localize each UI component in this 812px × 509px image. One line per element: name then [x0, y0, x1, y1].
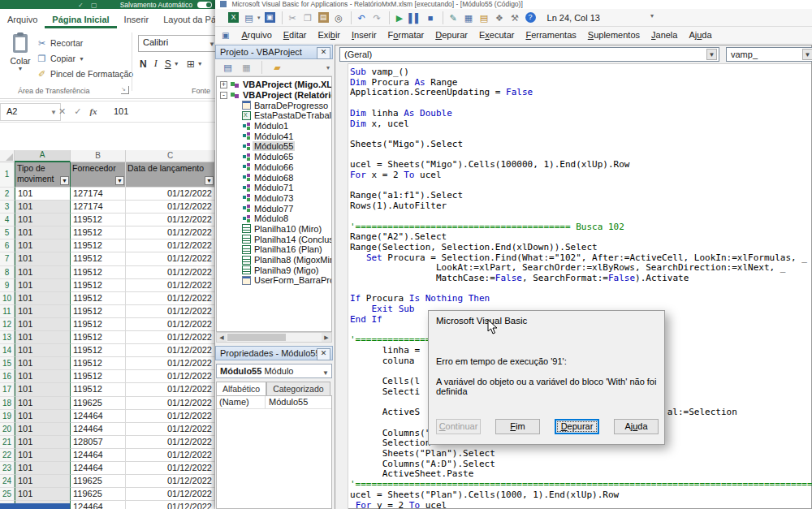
- row-header-11[interactable]: 11: [0, 305, 15, 318]
- project-tree-item[interactable]: EstaPastaDeTrabalho: [217, 110, 331, 121]
- data-cell[interactable]: 124464: [71, 501, 126, 509]
- data-cell[interactable]: 101: [15, 423, 71, 436]
- project-tree-item[interactable]: Módulo77: [217, 203, 331, 214]
- view-code-icon[interactable]: ▤: [221, 61, 235, 74]
- row-header-12[interactable]: 12: [0, 318, 15, 331]
- filter-dropdown-icon[interactable]: ▼: [60, 176, 69, 185]
- paste-button[interactable]: Colar ▼: [6, 34, 35, 88]
- row-header-10[interactable]: 10: [0, 292, 15, 305]
- data-cell[interactable]: 124464: [71, 423, 126, 436]
- row-header-9[interactable]: 9: [0, 279, 15, 292]
- autosave-toggle[interactable]: [197, 2, 212, 8]
- close-icon[interactable]: ✕: [317, 47, 330, 59]
- data-cell[interactable]: 101: [15, 292, 71, 305]
- project-tree-item[interactable]: Módulo65: [217, 152, 331, 162]
- data-cell[interactable]: 101: [15, 266, 71, 279]
- copy-icon[interactable]: ❐: [301, 11, 315, 24]
- data-cell[interactable]: 101: [15, 462, 71, 475]
- pause-icon[interactable]: ▌▌: [408, 11, 422, 24]
- run-icon[interactable]: ▶: [393, 11, 407, 24]
- data-cell[interactable]: 101: [15, 331, 71, 344]
- data-cell[interactable]: 119512: [71, 279, 126, 292]
- header-cell[interactable]: Data de lançamento▼: [126, 162, 215, 188]
- data-cell[interactable]: 119512: [71, 318, 126, 331]
- design-mode-icon[interactable]: ✎: [447, 11, 460, 24]
- view-object-icon[interactable]: ▤: [242, 11, 256, 24]
- project-tree-item[interactable]: -VBAProject (RelatórioMx: [217, 90, 331, 101]
- project-tree-item[interactable]: Módulo71: [217, 183, 331, 193]
- project-tree-item[interactable]: BarraDeProgresso: [217, 100, 331, 110]
- data-cell[interactable]: 124464: [71, 449, 126, 462]
- data-cell[interactable]: 01/12/2022: [126, 436, 215, 449]
- project-tree-item[interactable]: Módulo8: [217, 214, 331, 224]
- name-box[interactable]: A2 ▼: [0, 103, 61, 121]
- data-cell[interactable]: 01/12/2022: [126, 410, 215, 423]
- menu-item-inserir[interactable]: Inserir: [346, 28, 382, 41]
- redo-icon[interactable]: ↷: [370, 11, 384, 24]
- font-name-combo[interactable]: Calibri ▼: [138, 35, 215, 52]
- row-header-4[interactable]: 4: [0, 214, 15, 226]
- row-header-8[interactable]: 8: [0, 266, 15, 279]
- scrollbar-thumb[interactable]: [227, 334, 286, 341]
- find-icon[interactable]: ◎: [332, 11, 346, 24]
- filter-dropdown-icon[interactable]: ▼: [115, 176, 124, 185]
- data-cell[interactable]: 101: [15, 318, 71, 331]
- data-cell[interactable]: 01/12/2022: [126, 266, 215, 279]
- data-cell[interactable]: 101: [15, 305, 71, 318]
- data-cell[interactable]: 119512: [71, 266, 126, 279]
- data-cell[interactable]: 01/12/2022: [126, 462, 215, 475]
- properties-window-icon[interactable]: ▤: [477, 11, 491, 24]
- data-cell[interactable]: 101: [15, 226, 71, 239]
- data-cell[interactable]: 101: [15, 357, 71, 370]
- project-tree-item[interactable]: Módulo55: [217, 141, 331, 152]
- row-header-18[interactable]: 18: [0, 397, 15, 410]
- data-cell[interactable]: 101: [15, 370, 71, 383]
- data-cell[interactable]: 119625: [71, 488, 126, 501]
- data-cell[interactable]: 101: [15, 436, 71, 449]
- data-cell[interactable]: 01/12/2022: [126, 252, 215, 265]
- cut-icon[interactable]: ✂: [286, 11, 300, 24]
- folder-icon[interactable]: ▰: [270, 61, 284, 74]
- data-cell[interactable]: 01/12/2022: [126, 279, 215, 292]
- project-tree-item[interactable]: Módulo68: [217, 172, 331, 183]
- italic-button[interactable]: I: [154, 58, 158, 70]
- data-cell[interactable]: 124464: [71, 410, 126, 423]
- project-tree-item[interactable]: UserForm_BarraProgress: [217, 275, 331, 286]
- row-header-6[interactable]: 6: [0, 239, 15, 252]
- data-cell[interactable]: 119512: [71, 370, 126, 383]
- data-cell[interactable]: 01/12/2022: [126, 383, 215, 396]
- save-icon[interactable]: ▣: [265, 12, 275, 23]
- bold-button[interactable]: N: [140, 58, 147, 70]
- project-tree-item[interactable]: Planilha8 (MigoxMiro): [217, 255, 331, 265]
- row-header-21[interactable]: 21: [0, 436, 15, 449]
- data-cell[interactable]: 119512: [71, 383, 126, 396]
- project-tree-item[interactable]: Módulo66: [217, 162, 331, 173]
- row-header-2[interactable]: 2: [0, 188, 15, 201]
- row-header-7[interactable]: 7: [0, 252, 15, 265]
- data-cell[interactable]: 01/12/2022: [126, 344, 215, 357]
- row-header-17[interactable]: 17: [0, 383, 15, 396]
- data-cell[interactable]: 101: [15, 344, 71, 357]
- data-cell[interactable]: 101: [15, 252, 71, 265]
- data-cell[interactable]: 101: [15, 449, 71, 462]
- data-cell[interactable]: 01/12/2022: [126, 226, 215, 239]
- menu-item-depurar[interactable]: Depurar: [430, 28, 473, 41]
- paste-icon[interactable]: ▤: [318, 12, 329, 23]
- row-header-20[interactable]: 20: [0, 423, 15, 436]
- data-cell[interactable]: 119512: [71, 344, 126, 357]
- data-cell[interactable]: 01/12/2022: [126, 305, 215, 318]
- fim-button[interactable]: Fim: [495, 419, 540, 434]
- object-combo[interactable]: (Geral) ▼: [339, 47, 719, 62]
- data-cell[interactable]: 101: [15, 239, 71, 252]
- toolbar-overflow-icon[interactable]: ▾: [650, 12, 654, 19]
- properties-panel-caption[interactable]: Propriedades - Módulo55 ✕: [215, 346, 333, 360]
- data-cell[interactable]: 01/12/2022: [126, 501, 215, 509]
- menu-item-suplementos[interactable]: Suplementos: [582, 28, 646, 41]
- column-header-B[interactable]: B: [71, 150, 126, 162]
- data-cell[interactable]: 119512: [71, 331, 126, 344]
- help-icon[interactable]: ?: [525, 12, 536, 23]
- project-tree-item[interactable]: Módulo1: [217, 121, 331, 132]
- row-header-16[interactable]: 16: [0, 370, 15, 383]
- project-tree-item[interactable]: Planilha16 (Plan): [217, 244, 331, 255]
- ajuda-button[interactable]: Ajuda: [614, 419, 659, 434]
